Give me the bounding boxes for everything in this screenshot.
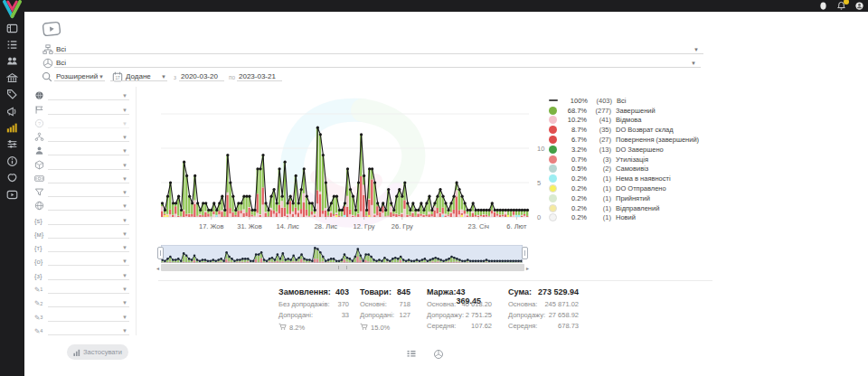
filter-row-м: {м}▼ [34,225,127,239]
package-view-icon[interactable] [433,347,444,358]
legend-row[interactable]: 3.2%(13)DO Завершено [549,145,699,155]
stats-value: 43 369.45 [456,287,492,300]
bracket-icon: {м} [34,230,48,239]
help-icon: ? [34,118,48,128]
filter-dropdown[interactable] [48,270,129,280]
chart-range-navigator[interactable] [161,245,523,263]
legend-percent: 0.2% [560,184,587,193]
search-icon[interactable] [42,71,52,82]
legend-row[interactable]: 68.7%(277)Завершений [549,106,699,116]
date-to-underline[interactable] [237,70,282,81]
filter-dropdown[interactable] [48,284,129,294]
legend-label: Новий [616,213,636,221]
filter-dropdown[interactable] [48,174,129,183]
filter-dropdown[interactable] [48,242,129,252]
sidebar-item-sliders[interactable] [0,136,24,153]
filter-row-web: ▼ [34,197,127,211]
date-from-underline[interactable] [179,70,224,81]
package-icon [34,160,48,170]
product-filter-dropdown[interactable] [54,56,701,68]
legend-row[interactable]: 100%(403)Всі [549,96,699,106]
apply-button[interactable]: Застосувати [67,344,128,360]
filter-row-globe-filled: ▼ [34,87,127,100]
filter-dropdown[interactable] [48,256,129,266]
section-divider [158,280,712,281]
sidebar-item-video[interactable] [0,186,24,202]
scrollbar-grip[interactable] [338,266,347,269]
legend-row[interactable]: 6.7%(27)Повернення (завершений) [549,135,699,145]
filter-row-s: {s}▼ [34,211,127,224]
chart-legend: 100%(403)Всі68.7%(277)Завершений10.2%(41… [549,96,699,222]
filter-panel: ▼▼?▼▼▼▼▼▼▼{s}▼{м}▼{т}▼{о}▼{з}▼✎1▼✎2▼✎3▼✎… [34,87,137,335]
sidebar-item-tags[interactable] [0,87,24,103]
globe-filled-icon [34,90,48,100]
category-filter-dropdown[interactable] [54,42,703,54]
navigator-left-handle[interactable] [157,247,164,259]
svg-text:5: 5 [537,179,541,187]
legend-label: Нема в наявності [616,174,671,183]
legend-count: (277) [587,107,611,115]
legend-swatch [549,99,558,101]
sidebar-item-dashboard[interactable] [0,20,24,36]
chart-scrollbar: ◂ ▸ [155,264,531,271]
sidebar-item-statistics[interactable] [0,119,24,136]
bracket-icon: {о} [34,258,48,266]
filter-row-help: ?▼ [34,115,127,128]
sidebar-item-orders[interactable] [0,36,24,52]
pen-icon: ✎1 [34,286,48,294]
filter-dropdown[interactable] [48,187,129,197]
filter-dropdown[interactable] [48,229,129,239]
sidebar-item-users[interactable] [0,53,24,70]
stats-sub-row: Середня:678.73 [508,322,579,333]
sidebar-item-megaphone[interactable] [0,103,24,119]
filter-dropdown[interactable] [48,325,129,335]
scroll-left-arrow[interactable]: ◂ [155,264,161,271]
list-view-icon[interactable] [406,347,417,358]
filter-dropdown[interactable] [48,201,129,211]
legend-row[interactable]: 10.2%(41)Відмова [549,116,699,126]
sidebar-item-store[interactable] [0,70,24,86]
filter-dropdown[interactable] [48,297,129,307]
legend-row[interactable]: 0.5%(2)Самовивіз [549,164,699,174]
topbar [0,0,868,12]
account-icon[interactable] [854,1,864,11]
legend-swatch [549,107,557,115]
date-from-label: з [174,74,176,80]
legend-row[interactable]: 0.2%(1)DO Отправлено [549,183,699,193]
svg-text:10: 10 [537,145,544,153]
app-logo-icon[interactable] [2,0,23,19]
legend-percent: 0.2% [560,194,587,202]
svg-text:12. Гру: 12. Гру [354,222,375,230]
legend-row[interactable]: 0.2%(1)Прийнятий [549,193,699,203]
filter-dropdown[interactable] [48,105,129,115]
legend-row[interactable]: 0.7%(3)Утилізація [549,155,699,164]
date-field-underline[interactable] [110,70,167,81]
search-mode-underline[interactable] [54,70,105,81]
scrollbar-track[interactable] [161,264,524,271]
legend-row[interactable]: 0.2%(1)Відправлений [549,203,699,213]
filter-dropdown[interactable] [48,215,129,225]
legend-row[interactable]: 0.2%(1)Новий [549,213,699,223]
legend-label: Відправлений [616,204,659,212]
profile-icon[interactable] [818,1,828,11]
filter-dropdown[interactable] [48,132,129,142]
video-help-icon[interactable] [42,21,61,37]
legend-label: Завершений [616,107,656,115]
filter-dropdown[interactable] [48,90,129,100]
stats-title-row: Сума:273 529.94 [508,287,579,300]
legend-swatch [549,164,557,173]
svg-text:26. Гру: 26. Гру [392,222,413,230]
sidebar-item-info[interactable] [0,153,24,169]
legend-row[interactable]: 8.7%(35)DO Возврат склад [549,125,699,135]
filter-dropdown[interactable] [48,146,129,155]
legend-row[interactable]: 0.2%(1)Нема в наявності [549,174,699,183]
legend-swatch [549,146,557,154]
legend-label: Самовивіз [616,164,648,173]
legend-swatch [549,155,557,164]
scroll-right-arrow[interactable]: ▸ [524,264,531,271]
filter-dropdown[interactable] [48,312,129,322]
notifications-icon[interactable] [836,1,846,11]
filter-dropdown[interactable] [48,160,129,170]
navigator-right-handle[interactable] [522,247,528,259]
sidebar-item-support[interactable] [0,170,24,186]
